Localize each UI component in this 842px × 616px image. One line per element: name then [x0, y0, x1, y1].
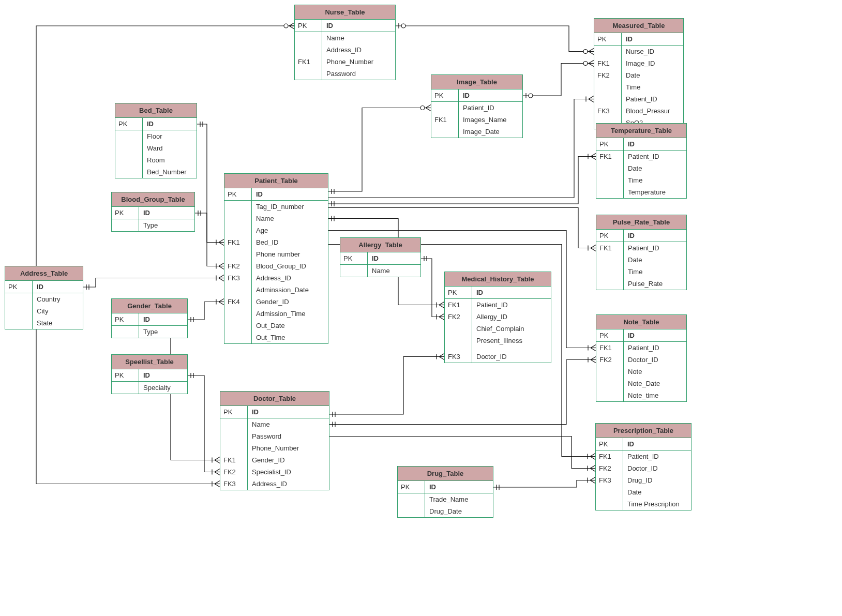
key-label: [220, 442, 248, 454]
key-label: [398, 505, 425, 517]
svg-line-7: [215, 484, 220, 487]
attr-row: FK1Images_Name: [431, 114, 522, 126]
key-label: [224, 201, 252, 213]
key-label: FK3: [596, 474, 623, 486]
relationship-line: [328, 157, 596, 204]
key-label: [596, 366, 624, 378]
attr-row: Type: [112, 219, 194, 231]
svg-line-50: [589, 61, 594, 64]
svg-line-32: [215, 457, 220, 460]
attr-label: Note_time: [624, 389, 686, 401]
attr-row: FK1Phone_Number: [295, 56, 395, 68]
svg-line-36: [215, 469, 220, 472]
svg-line-11: [289, 26, 294, 29]
attr-label: Drug_Date: [425, 505, 493, 517]
entity-temperature: Temperature_TablePKIDFK1Patient_IDDateTi…: [596, 123, 687, 199]
attr-label: Floor: [143, 130, 197, 142]
attr-row: FK1Bed_ID: [224, 236, 328, 248]
entity-bed: Bed_TablePKIDFloorWardRoomBed_Number: [115, 103, 197, 178]
key-label: PK: [115, 118, 143, 130]
key-label: FK3: [220, 478, 248, 490]
attr-label: Specialist_ID: [248, 466, 329, 478]
entity-title: Nurse_Table: [295, 5, 395, 20]
attr-row: Date: [596, 162, 686, 174]
pk-row: PKID: [112, 369, 187, 382]
relationship-line: [171, 334, 220, 460]
key-label: [224, 248, 252, 260]
relationship-line: [328, 108, 431, 192]
key-label: [5, 305, 33, 317]
key-label: [596, 486, 623, 498]
svg-line-20: [219, 263, 224, 266]
key-label: [115, 154, 143, 166]
attr-row: Password: [295, 68, 395, 80]
pk-row: PKID: [220, 406, 329, 418]
entity-patient: Patient_TablePKIDTag_ID_numberNameAgeFK1…: [224, 173, 328, 344]
svg-line-57: [426, 108, 431, 111]
attr-row: Out_Date: [224, 320, 328, 332]
svg-line-60: [589, 96, 594, 99]
attr-row: Phone_Number: [220, 442, 329, 454]
key-label: FK1: [596, 242, 624, 254]
attr-label: Doctor_ID: [472, 351, 551, 363]
attr-label: Room: [143, 154, 197, 166]
svg-line-103: [590, 457, 595, 460]
pk-row: PKID: [340, 252, 420, 265]
svg-line-33: [215, 460, 220, 463]
entity-title: Prescription_Table: [596, 424, 691, 438]
key-label: [224, 332, 252, 343]
entity-address: Address_TablePKIDCountryCityState: [5, 266, 83, 329]
entity-title: Patient_Table: [224, 174, 328, 188]
attr-label: Doctor_ID: [623, 462, 691, 474]
attr-row: FK2Doctor_ID: [596, 354, 686, 366]
key-label: FK1: [224, 236, 252, 248]
attr-label: Pulse_Rate: [624, 278, 686, 290]
attr-label: ID: [139, 207, 194, 219]
attr-row: FK3Drug_ID: [596, 474, 691, 486]
attr-row: FK3Address_ID: [224, 272, 328, 284]
key-label: FK1: [594, 57, 622, 69]
attr-row: Note_time: [596, 389, 686, 401]
attr-row: Country: [5, 293, 83, 305]
key-label: PK: [112, 207, 139, 219]
key-label: [594, 81, 622, 93]
attr-label: ID: [139, 313, 187, 325]
attr-label: [472, 347, 551, 351]
key-label: PK: [594, 33, 622, 45]
svg-line-106: [590, 465, 595, 469]
attr-label: Trade_Name: [425, 493, 493, 505]
relationship-line: [329, 437, 595, 469]
key-label: PK: [596, 438, 623, 450]
svg-line-97: [591, 360, 596, 363]
svg-line-71: [591, 248, 596, 251]
key-label: PK: [112, 313, 139, 325]
crowfoot-zeromany: [284, 23, 294, 29]
key-label: [5, 293, 33, 305]
entity-title: Medical_History_Table: [445, 272, 551, 287]
key-label: [445, 323, 472, 335]
svg-point-59: [420, 106, 425, 110]
svg-line-75: [439, 305, 444, 308]
svg-line-6: [215, 481, 220, 484]
attr-label: Temperature: [624, 186, 686, 198]
pk-row: PKID: [112, 313, 187, 326]
key-label: [224, 213, 252, 224]
key-label: [431, 102, 459, 114]
key-label: [596, 266, 624, 278]
entity-title: Temperature_Table: [596, 124, 686, 138]
key-label: [224, 284, 252, 296]
attr-label: Type: [139, 326, 187, 338]
key-label: PK: [220, 406, 248, 418]
svg-line-0: [219, 275, 224, 278]
key-label: FK1: [445, 299, 472, 311]
key-label: FK4: [224, 296, 252, 308]
key-label: FK1: [596, 342, 624, 354]
attr-row: Type: [112, 326, 187, 338]
attr-label: ID: [622, 33, 683, 45]
attr-row: Nurse_ID: [594, 46, 683, 57]
attr-label: Tag_ID_number: [252, 201, 328, 213]
attr-label: Name: [368, 265, 420, 277]
attr-label: Name: [322, 32, 395, 44]
attr-row: Address_ID: [295, 44, 395, 56]
key-label: [295, 32, 322, 44]
